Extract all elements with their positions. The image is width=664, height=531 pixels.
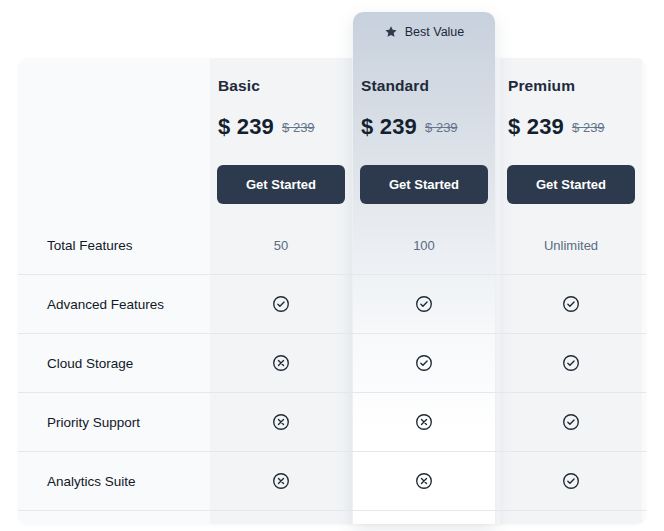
plan-price-basic: $ 239 bbox=[218, 114, 274, 140]
get-started-button-premium[interactable]: Get Started bbox=[507, 165, 635, 204]
plan-name-basic: Basic bbox=[218, 77, 260, 95]
pricing-page: Best Value Basic $ 239 $ 239 Get Started… bbox=[0, 0, 664, 531]
feature-row-total-features: Total Features 50100Unlimited bbox=[18, 216, 646, 275]
x-circle-icon bbox=[415, 472, 433, 490]
check-circle-icon bbox=[415, 295, 433, 313]
feature-rows: Total Features 50100Unlimited Advanced F… bbox=[18, 216, 646, 511]
check-circle-icon bbox=[562, 354, 580, 372]
check-circle-icon bbox=[562, 472, 580, 490]
feature-label: Advanced Features bbox=[47, 297, 164, 312]
feature-label: Priority Support bbox=[47, 415, 140, 430]
feature-cell-basic bbox=[210, 452, 352, 510]
plan-old-price-basic: $ 239 bbox=[282, 120, 315, 135]
plan-header-basic: Basic $ 239 $ 239 Get Started bbox=[210, 58, 352, 216]
feature-cell-premium bbox=[500, 334, 642, 392]
pricing-table: Basic $ 239 $ 239 Get Started Standard $… bbox=[18, 58, 646, 524]
feature-label: Analytics Suite bbox=[47, 474, 136, 489]
feature-cell-premium bbox=[500, 393, 642, 451]
star-icon bbox=[384, 25, 398, 39]
plan-old-price-premium: $ 239 bbox=[572, 120, 605, 135]
feature-cell-basic bbox=[210, 393, 352, 451]
check-circle-icon bbox=[562, 413, 580, 431]
feature-cell-basic: 50 bbox=[210, 216, 352, 274]
plan-name-premium: Premium bbox=[508, 77, 575, 95]
feature-value: Unlimited bbox=[544, 238, 598, 253]
plan-old-price-standard: $ 239 bbox=[425, 120, 458, 135]
check-circle-icon bbox=[415, 354, 433, 372]
plan-header-premium: Premium $ 239 $ 239 Get Started bbox=[500, 58, 642, 216]
x-circle-icon bbox=[272, 413, 290, 431]
get-started-button-standard[interactable]: Get Started bbox=[360, 165, 488, 204]
feature-cell-standard: 100 bbox=[353, 216, 495, 274]
x-circle-icon bbox=[272, 472, 290, 490]
feature-cell-standard bbox=[353, 452, 495, 510]
plan-price-standard: $ 239 bbox=[361, 114, 417, 140]
plan-header-standard: Standard $ 239 $ 239 Get Started bbox=[353, 58, 495, 216]
feature-row-analytics-suite: Analytics Suite bbox=[18, 452, 646, 511]
feature-cell-premium bbox=[500, 452, 642, 510]
get-started-button-basic[interactable]: Get Started bbox=[217, 165, 345, 204]
feature-label: Total Features bbox=[47, 238, 133, 253]
feature-cell-standard bbox=[353, 275, 495, 333]
feature-cell-basic bbox=[210, 334, 352, 392]
x-circle-icon bbox=[415, 413, 433, 431]
feature-row-priority-support: Priority Support bbox=[18, 393, 646, 452]
plan-price-premium: $ 239 bbox=[508, 114, 564, 140]
feature-cell-basic bbox=[210, 275, 352, 333]
feature-value: 50 bbox=[274, 238, 288, 253]
x-circle-icon bbox=[272, 354, 290, 372]
best-value-badge: Best Value bbox=[353, 12, 495, 52]
check-circle-icon bbox=[562, 295, 580, 313]
feature-row-advanced-features: Advanced Features bbox=[18, 275, 646, 334]
plan-name-standard: Standard bbox=[361, 77, 429, 95]
feature-cell-premium: Unlimited bbox=[500, 216, 642, 274]
feature-row-cloud-storage: Cloud Storage bbox=[18, 334, 646, 393]
feature-cell-standard bbox=[353, 334, 495, 392]
check-circle-icon bbox=[272, 295, 290, 313]
feature-cell-premium bbox=[500, 275, 642, 333]
feature-value: 100 bbox=[413, 238, 435, 253]
best-value-label: Best Value bbox=[405, 25, 465, 39]
feature-cell-standard bbox=[353, 393, 495, 451]
feature-label: Cloud Storage bbox=[47, 356, 133, 371]
